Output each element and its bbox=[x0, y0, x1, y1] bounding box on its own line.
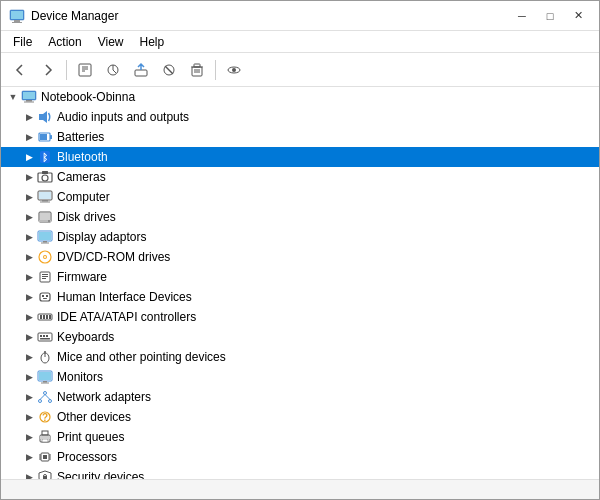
expand-batteries[interactable]: ▶ bbox=[21, 129, 37, 145]
expand-print[interactable]: ▶ bbox=[21, 429, 37, 445]
svg-point-31 bbox=[42, 175, 48, 181]
tree-item-print[interactable]: ▶Print queues bbox=[1, 427, 599, 447]
computer-label: Computer bbox=[57, 190, 110, 204]
tree-item-computer[interactable]: ▶Computer bbox=[1, 187, 599, 207]
expand-firmware[interactable]: ▶ bbox=[21, 269, 37, 285]
tree-item-network[interactable]: ▶Network adapters bbox=[1, 387, 599, 407]
expand-disk[interactable]: ▶ bbox=[21, 209, 37, 225]
svg-rect-64 bbox=[46, 335, 48, 337]
tree-root[interactable]: ▼ Notebook-Obinna bbox=[1, 87, 599, 107]
tree-item-dvd[interactable]: ▶DVD/CD-ROM drives bbox=[1, 247, 599, 267]
keyboards-icon bbox=[37, 329, 53, 345]
monitors-icon bbox=[37, 369, 53, 385]
expand-security[interactable]: ▶ bbox=[21, 469, 37, 479]
dvd-label: DVD/CD-ROM drives bbox=[57, 250, 170, 264]
svg-rect-22 bbox=[26, 100, 32, 102]
expand-cameras[interactable]: ▶ bbox=[21, 169, 37, 185]
close-button[interactable]: ✕ bbox=[565, 6, 591, 26]
tree-panel[interactable]: ▼ Notebook-Obinna ▶Audio inputs and outp… bbox=[1, 87, 599, 479]
expand-mice[interactable]: ▶ bbox=[21, 349, 37, 365]
svg-rect-51 bbox=[42, 278, 46, 279]
scan-button[interactable] bbox=[100, 58, 126, 82]
batteries-label: Batteries bbox=[57, 130, 104, 144]
expand-ide[interactable]: ▶ bbox=[21, 309, 37, 325]
print-label: Print queues bbox=[57, 430, 124, 444]
maximize-button[interactable]: □ bbox=[537, 6, 563, 26]
tree-item-ide[interactable]: ▶IDE ATA/ATAPI controllers bbox=[1, 307, 599, 327]
expand-computer[interactable]: ▶ bbox=[21, 189, 37, 205]
tree-children: ▶Audio inputs and outputs▶Batteries▶ᛒBlu… bbox=[1, 107, 599, 479]
uninstall-button[interactable] bbox=[184, 58, 210, 82]
svg-rect-72 bbox=[41, 383, 49, 384]
hid-icon bbox=[37, 289, 53, 305]
toolbar bbox=[1, 53, 599, 87]
tree-item-other[interactable]: ▶?Other devices bbox=[1, 407, 599, 427]
expand-other[interactable]: ▶ bbox=[21, 409, 37, 425]
ide-icon bbox=[37, 309, 53, 325]
expand-dvd[interactable]: ▶ bbox=[21, 249, 37, 265]
svg-line-76 bbox=[40, 395, 45, 400]
svg-point-40 bbox=[48, 220, 50, 222]
tree-item-batteries[interactable]: ▶Batteries bbox=[1, 127, 599, 147]
svg-rect-54 bbox=[46, 295, 48, 297]
properties-button[interactable] bbox=[72, 58, 98, 82]
svg-rect-42 bbox=[39, 232, 51, 240]
expand-bluetooth[interactable]: ▶ bbox=[21, 149, 37, 165]
svg-rect-58 bbox=[43, 315, 45, 319]
audio-label: Audio inputs and outputs bbox=[57, 110, 189, 124]
processors-icon bbox=[37, 449, 53, 465]
svg-rect-83 bbox=[40, 436, 50, 439]
menu-file[interactable]: File bbox=[5, 33, 40, 51]
menu-action[interactable]: Action bbox=[40, 33, 89, 51]
svg-rect-17 bbox=[194, 64, 200, 67]
expand-monitors[interactable]: ▶ bbox=[21, 369, 37, 385]
svg-rect-49 bbox=[42, 274, 48, 275]
svg-rect-71 bbox=[43, 381, 47, 383]
expand-display[interactable]: ▶ bbox=[21, 229, 37, 245]
tree-item-processors[interactable]: ▶Processors bbox=[1, 447, 599, 467]
svg-rect-4 bbox=[79, 64, 91, 76]
expand-audio[interactable]: ▶ bbox=[21, 109, 37, 125]
network-icon bbox=[37, 389, 53, 405]
display-icon bbox=[37, 229, 53, 245]
tree-item-hid[interactable]: ▶Human Interface Devices bbox=[1, 287, 599, 307]
tree-item-mice[interactable]: ▶Mice and other pointing devices bbox=[1, 347, 599, 367]
tree-item-security[interactable]: ▶Security devices bbox=[1, 467, 599, 479]
menu-view[interactable]: View bbox=[90, 33, 132, 51]
svg-marker-24 bbox=[39, 111, 47, 123]
menu-help[interactable]: Help bbox=[132, 33, 173, 51]
tree-item-disk[interactable]: ▶Disk drives bbox=[1, 207, 599, 227]
show-hidden-button[interactable] bbox=[221, 58, 247, 82]
svg-rect-70 bbox=[39, 372, 51, 380]
forward-button[interactable] bbox=[35, 58, 61, 82]
update-driver-button[interactable] bbox=[128, 58, 154, 82]
svg-rect-27 bbox=[40, 134, 47, 140]
disable-button[interactable] bbox=[156, 58, 182, 82]
tree-item-display[interactable]: ▶Display adaptors bbox=[1, 227, 599, 247]
svg-rect-9 bbox=[135, 70, 147, 76]
security-label: Security devices bbox=[57, 470, 144, 479]
tree-item-keyboards[interactable]: ▶Keyboards bbox=[1, 327, 599, 347]
firmware-icon bbox=[37, 269, 53, 285]
svg-rect-55 bbox=[43, 298, 47, 299]
other-icon: ? bbox=[37, 409, 53, 425]
device-manager-window: Device Manager ─ □ ✕ File Action View He… bbox=[0, 0, 600, 500]
back-button[interactable] bbox=[7, 58, 33, 82]
svg-rect-3 bbox=[11, 11, 23, 19]
window-controls: ─ □ ✕ bbox=[509, 6, 591, 26]
svg-rect-50 bbox=[42, 276, 48, 277]
tree-item-firmware[interactable]: ▶Firmware bbox=[1, 267, 599, 287]
expand-root[interactable]: ▼ bbox=[5, 89, 21, 105]
ide-label: IDE ATA/ATAPI controllers bbox=[57, 310, 196, 324]
expand-processors[interactable]: ▶ bbox=[21, 449, 37, 465]
expand-keyboards[interactable]: ▶ bbox=[21, 329, 37, 345]
svg-rect-53 bbox=[42, 295, 44, 297]
expand-hid[interactable]: ▶ bbox=[21, 289, 37, 305]
monitors-label: Monitors bbox=[57, 370, 103, 384]
expand-network[interactable]: ▶ bbox=[21, 389, 37, 405]
tree-item-cameras[interactable]: ▶Cameras bbox=[1, 167, 599, 187]
tree-item-audio[interactable]: ▶Audio inputs and outputs bbox=[1, 107, 599, 127]
tree-item-bluetooth[interactable]: ▶ᛒBluetooth bbox=[1, 147, 599, 167]
minimize-button[interactable]: ─ bbox=[509, 6, 535, 26]
tree-item-monitors[interactable]: ▶Monitors bbox=[1, 367, 599, 387]
